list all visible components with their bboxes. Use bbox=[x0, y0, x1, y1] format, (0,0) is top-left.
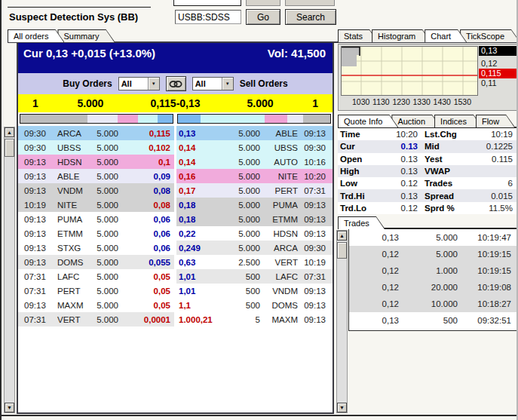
trades-scrollbar[interactable]: ▲ ▼ bbox=[336, 230, 348, 413]
ask-mpid: PERT bbox=[262, 186, 298, 195]
x-tick-label: 1230 bbox=[392, 97, 409, 106]
table-row[interactable]: 09:13HDSN5.0000,1 bbox=[18, 155, 174, 169]
table-row[interactable]: 0,632.500VERT10:19 bbox=[176, 255, 333, 269]
table-row[interactable]: 0,225.000HDSN09:13 bbox=[176, 226, 333, 241]
trade-time: 10:18:27 bbox=[458, 299, 516, 308]
ask-size: 5.000 bbox=[222, 215, 262, 224]
ask-mpid: ARCA bbox=[262, 244, 298, 253]
table-row[interactable]: 1,01500LAFC07:31 bbox=[176, 269, 333, 284]
tab-auction[interactable]: Auction bbox=[391, 115, 441, 127]
chevron-down-icon[interactable]: ▼ bbox=[222, 78, 233, 90]
list-item[interactable]: 0,1220.00010:19:08 bbox=[349, 279, 516, 296]
ask-mpid: MAXM bbox=[262, 315, 298, 324]
table-row[interactable]: 0,185.000ETMM09:13 bbox=[176, 212, 333, 226]
bid-mpid: UBSS bbox=[57, 143, 97, 152]
chevron-down-icon[interactable]: ▼ bbox=[148, 78, 159, 90]
quote-row: Low0.12Trades6 bbox=[338, 177, 517, 189]
scrollbar-thumb[interactable] bbox=[5, 139, 14, 157]
price-chart[interactable] bbox=[341, 46, 478, 96]
order-book-asks: 0,135.000ABLE09:130,145.000UBSS09:300,14… bbox=[176, 126, 333, 326]
table-row[interactable]: 10:19NITE5.0000,08 bbox=[18, 198, 174, 212]
tab-summary[interactable]: Summary bbox=[57, 29, 115, 42]
trade-price: 0,13 bbox=[349, 316, 399, 325]
list-item[interactable]: 0,121.00010:19:15 bbox=[349, 262, 516, 279]
table-row[interactable]: 0,2495.000ARCA09:30 bbox=[176, 241, 333, 255]
scroll-up-icon[interactable]: ▲ bbox=[5, 127, 14, 137]
list-item[interactable]: 0,1350009:32:51 bbox=[349, 312, 516, 329]
bid-size: 5.000 bbox=[97, 229, 129, 238]
tab-quote-info[interactable]: Quote Info bbox=[338, 115, 398, 127]
table-row[interactable]: 1.000,215MAXM09:13 bbox=[176, 312, 333, 326]
table-row[interactable]: 09:30UBSS5.0000,102 bbox=[18, 140, 174, 155]
quote-value: 0.12 bbox=[375, 179, 422, 188]
tab-all-orders[interactable]: All orders bbox=[8, 29, 64, 42]
table-row[interactable]: 09:13ETMM5.0000,06 bbox=[18, 226, 174, 241]
ask-time: 09:13 bbox=[298, 315, 331, 324]
list-item[interactable]: 0,1210.00010:18:27 bbox=[349, 296, 516, 312]
header-bar: Suspect Detection Sys (BB) Go Search bbox=[9, 9, 507, 27]
ask-mpid: ETMM bbox=[262, 215, 298, 224]
table-row[interactable]: 0,175.000PERT07:31 bbox=[176, 183, 333, 198]
bid-price: 0,1 bbox=[129, 158, 174, 167]
scroll-down-icon[interactable]: ▼ bbox=[5, 403, 14, 412]
depth-segment bbox=[158, 115, 173, 123]
bid-time: 10:19 bbox=[24, 201, 57, 210]
ask-price: 0,17 bbox=[176, 186, 222, 195]
table-row[interactable]: 1,01500VNDM09:13 bbox=[176, 284, 333, 298]
bid-price: 0,115 bbox=[129, 129, 174, 138]
table-row[interactable]: 1,1500DOMS09:13 bbox=[176, 298, 333, 312]
current-price-change: Cur 0,13 +0,015 (+13.0%) bbox=[23, 47, 155, 73]
ask-time: 09:13 bbox=[298, 229, 331, 238]
cropped-button-fragment bbox=[285, 0, 335, 6]
search-button[interactable]: Search bbox=[285, 9, 336, 25]
tab-histogram[interactable]: Histogram bbox=[372, 29, 431, 42]
bid-size: 5.000 bbox=[97, 158, 129, 167]
scrollbar-thumb[interactable] bbox=[337, 242, 347, 259]
tab-label: TickScope bbox=[461, 30, 518, 42]
list-item[interactable]: 0,125.00010:19:15 bbox=[349, 246, 516, 262]
bid-size: 5.000 bbox=[97, 244, 129, 253]
tab-tickscope[interactable]: TickScope bbox=[460, 29, 518, 42]
table-row[interactable]: 09:30ARCA5.0000,115 bbox=[18, 126, 174, 140]
scroll-down-icon[interactable]: ▼ bbox=[337, 403, 347, 412]
tab-trades[interactable]: Trades bbox=[338, 216, 385, 229]
table-row[interactable]: 0,145.000UBSS09:30 bbox=[176, 140, 333, 155]
table-row[interactable]: 0,185.000PUMA09:13 bbox=[176, 198, 333, 212]
table-row[interactable]: 09:13MAXM5.0000,05 bbox=[18, 298, 174, 312]
table-row[interactable]: 07:31LAFC5.0000,05 bbox=[18, 269, 174, 284]
tab-indices[interactable]: Indices bbox=[434, 115, 483, 127]
table-row[interactable]: 07:31VERT5.0000,0001 bbox=[18, 312, 174, 326]
symbol-input[interactable] bbox=[175, 10, 241, 24]
table-row[interactable]: 0,165.000NITE10:20 bbox=[176, 169, 333, 183]
scroll-up-icon[interactable]: ▲ bbox=[337, 231, 347, 241]
bid-price: 0,06 bbox=[129, 229, 174, 238]
table-row[interactable]: 0,145.000AUTO10:16 bbox=[176, 155, 333, 169]
table-row[interactable]: 09:13PUMA5.0000,06 bbox=[18, 212, 174, 226]
order-book-scrollbar[interactable]: ▲ ▼ bbox=[4, 127, 15, 413]
bid-price: 0,09 bbox=[129, 172, 174, 181]
list-item[interactable]: 0,135.00010:19:47 bbox=[349, 229, 516, 246]
depth-segment bbox=[87, 115, 118, 123]
link-filters-button[interactable] bbox=[166, 76, 186, 91]
x-tick-label: 1030 bbox=[352, 97, 369, 106]
ask-size: 5.000 bbox=[222, 143, 262, 152]
bid-mpid: VNDM bbox=[57, 186, 97, 195]
tab-label: Summary bbox=[58, 30, 114, 42]
table-row[interactable]: 0,135.000ABLE09:13 bbox=[176, 126, 333, 140]
go-button[interactable]: Go bbox=[246, 9, 280, 25]
sell-filter-select[interactable]: All ▼ bbox=[192, 77, 234, 90]
tab-flow[interactable]: Flow bbox=[476, 115, 515, 127]
buy-filter-select[interactable]: All ▼ bbox=[118, 77, 160, 90]
ask-size: 5.000 bbox=[222, 158, 262, 167]
cropped-button-fragment bbox=[246, 0, 280, 6]
order-filter-row: Buy Orders All ▼ All ▼ Sell Orders bbox=[18, 73, 333, 94]
table-row[interactable]: 09:13VNDM5.0000,08 bbox=[18, 183, 174, 198]
tab-label: Flow bbox=[477, 115, 514, 127]
highlight-price-tag: 0,115 bbox=[479, 69, 516, 78]
ask-time: 10:16 bbox=[298, 158, 331, 167]
table-row[interactable]: 09:13STXG5.0000,06 bbox=[18, 241, 174, 255]
table-row[interactable]: 09:13ABLE5.0000,09 bbox=[18, 169, 174, 183]
bid-time: 07:31 bbox=[24, 272, 57, 281]
table-row[interactable]: 09:13DOMS5.0000,055 bbox=[18, 255, 174, 269]
table-row[interactable]: 07:31PERT5.0000,05 bbox=[18, 284, 174, 298]
